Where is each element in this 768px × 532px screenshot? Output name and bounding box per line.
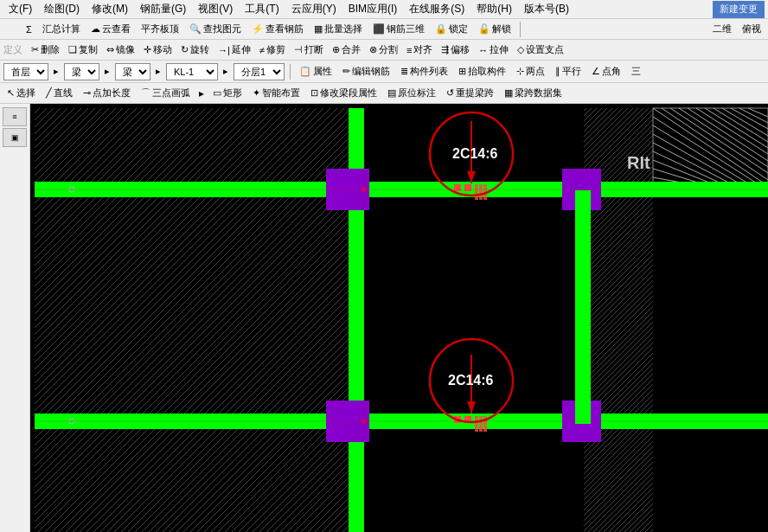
- sep-type2: ▸: [156, 66, 161, 77]
- btn-two-points[interactable]: ⊹ 两点: [513, 63, 548, 80]
- btn-three-arc[interactable]: ⌒ 三点画弧: [138, 85, 194, 101]
- span-data-icon: ▦: [504, 87, 513, 99]
- left-sidebar: ≡ ▣: [0, 104, 30, 532]
- btn-pick-component[interactable]: ⊞ 抬取构件: [455, 63, 509, 80]
- btn-move[interactable]: ✛ 移动: [140, 42, 176, 58]
- menu-modify[interactable]: 修改(M): [86, 0, 133, 18]
- sep-toolbar3: [290, 64, 291, 80]
- sep1: [520, 22, 521, 37]
- type1-select[interactable]: 梁: [64, 63, 99, 80]
- btn-cloud-check[interactable]: ☁ 云查看: [87, 21, 134, 37]
- menu-cloud[interactable]: 云应用(Y): [286, 0, 342, 18]
- menu-view[interactable]: 视图(V): [193, 0, 238, 18]
- svg-rect-37: [464, 184, 471, 191]
- btn-copy[interactable]: ❏ 复制: [65, 42, 101, 58]
- btn-find-element[interactable]: 🔍 查找图元: [186, 21, 245, 37]
- view-controls: 二维 俯视: [709, 21, 765, 37]
- search-icon: 🔍: [189, 23, 202, 35]
- btn-point-angle[interactable]: ∠ 点角: [588, 63, 624, 80]
- btn-batch-select[interactable]: ▦ 批量选择: [310, 21, 366, 37]
- rebar-icon: ⚡: [252, 23, 264, 35]
- toolbar-edit: 定义 ✂ 删除 ❏ 复制 ⇔ 镜像 ✛ 移动 ↻ 旋转 →| 延伸 ≠ 修剪 ⊣…: [0, 40, 768, 61]
- btn-offset[interactable]: ⇶ 偏移: [438, 42, 473, 58]
- menu-help[interactable]: 帮助(H): [471, 0, 517, 18]
- btn-modify-segment[interactable]: ⊡ 修改梁段属性: [307, 85, 381, 101]
- btn-reextract-span[interactable]: ↺ 重提梁跨: [443, 85, 497, 101]
- svg-text:2C14:6: 2C14:6: [452, 146, 498, 161]
- btn-trim[interactable]: ≠ 修剪: [256, 42, 289, 58]
- arc-icon: ⌒: [141, 87, 150, 99]
- sep-draw: ▸: [199, 87, 204, 99]
- layer-select[interactable]: 分层1: [234, 63, 285, 80]
- btn-edit-rebar[interactable]: ✏ 编辑钢筋: [339, 63, 394, 80]
- merge-icon: ⊕: [332, 44, 340, 55]
- menu-online[interactable]: 在线服务(S): [404, 0, 470, 18]
- length-icon: ⊸: [83, 87, 91, 99]
- btn-span-data[interactable]: ▦ 梁跨数据集: [501, 85, 566, 101]
- left-btn-2[interactable]: ▣: [3, 128, 27, 147]
- toolbar-floor-beam: 首层 ▸ 梁 ▸ 梁 ▸ KL-1 ▸ 分层1 📋 属性 ✏ 编辑钢筋 ≣ 构件…: [0, 61, 768, 83]
- rotate-icon: ↻: [181, 44, 189, 55]
- btn-set-support[interactable]: ◇ 设置支点: [514, 42, 567, 58]
- type2-select[interactable]: 梁: [115, 63, 150, 80]
- extract-icon: ↺: [446, 87, 454, 99]
- floor-select[interactable]: 首层: [3, 63, 48, 80]
- btn-delete[interactable]: ✂ 删除: [28, 42, 63, 58]
- btn-unlock[interactable]: 🔓 解锁: [475, 21, 515, 37]
- svg-rect-43: [475, 416, 478, 432]
- btn-break[interactable]: ⊣ 打断: [291, 42, 327, 58]
- break-icon: ⊣: [294, 44, 303, 55]
- btn-view-rebar[interactable]: ⚡ 查看钢筋: [248, 21, 307, 37]
- menu-bim[interactable]: BIM应用(I): [343, 0, 403, 18]
- btn-three[interactable]: 三: [628, 63, 644, 80]
- toolbar-draw: ↖ 选择 ╱ 直线 ⊸ 点加长度 ⌒ 三点画弧 ▸ ▭ 矩形 ✦ 智能布置 ⊡ …: [0, 83, 768, 104]
- btn-point-length[interactable]: ⊸ 点加长度: [80, 85, 134, 101]
- btn-align[interactable]: ≡ 对齐: [403, 42, 436, 58]
- btn-rotate[interactable]: ↻ 旋转: [177, 42, 213, 58]
- btn-parallel[interactable]: ∥ 平行: [552, 63, 585, 80]
- extend-icon: →|: [218, 45, 230, 55]
- btn-align-floor[interactable]: 平齐板顶: [138, 21, 182, 37]
- menu-version[interactable]: 版本号(B): [519, 0, 574, 18]
- copy-icon: ❏: [68, 44, 77, 55]
- menu-draw[interactable]: 绘图(D): [39, 0, 85, 18]
- canvas-area: 2C14:6 2C14:6 RIt: [30, 104, 768, 532]
- svg-rect-36: [454, 184, 461, 191]
- new-change-button[interactable]: 新建变更: [713, 1, 765, 18]
- btn-total-calc[interactable]: 汇总计算: [39, 21, 84, 37]
- rect-icon: ▭: [213, 87, 221, 99]
- beam-name-select[interactable]: KL-1: [166, 63, 218, 80]
- btn-stretch[interactable]: ↔ 拉伸: [475, 42, 512, 58]
- btn-split[interactable]: ⊗ 分割: [366, 42, 401, 58]
- edit-prefix: 定义: [3, 43, 22, 56]
- btn-top-view[interactable]: 俯视: [739, 21, 765, 37]
- angle-icon: ∠: [592, 66, 600, 77]
- btn-line[interactable]: ╱ 直线: [42, 85, 76, 101]
- menu-rebar-qty[interactable]: 钢筋量(G): [135, 0, 191, 18]
- annotation-icon: ▤: [387, 87, 396, 99]
- btn-extend[interactable]: →| 延伸: [214, 42, 254, 58]
- btn-properties[interactable]: 📋 属性: [296, 63, 336, 80]
- unlock-icon: 🔓: [478, 23, 490, 35]
- sep-type1: ▸: [105, 66, 110, 77]
- sep-name: ▸: [223, 66, 228, 77]
- btn-rebar-3d[interactable]: ⬛ 钢筋三维: [369, 21, 428, 37]
- cad-drawing: 2C14:6 2C14:6 RIt: [30, 104, 768, 532]
- parallel-icon: ∥: [555, 66, 560, 77]
- btn-original-annotation[interactable]: ▤ 原位标注: [384, 85, 439, 101]
- smart-icon: ✦: [253, 87, 260, 99]
- prop-icon: 📋: [299, 66, 311, 77]
- left-btn-1[interactable]: ≡: [3, 107, 27, 126]
- btn-rect[interactable]: ▭ 矩形: [209, 85, 246, 101]
- 3d-icon: ⬛: [373, 23, 385, 35]
- btn-2d[interactable]: 二维: [709, 21, 735, 37]
- btn-component-list[interactable]: ≣ 构件列表: [397, 63, 451, 80]
- btn-select[interactable]: ↖ 选择: [3, 85, 39, 101]
- btn-smart-place[interactable]: ✦ 智能布置: [249, 85, 304, 101]
- btn-mirror[interactable]: ⇔ 镜像: [103, 42, 138, 58]
- btn-merge[interactable]: ⊕ 合并: [329, 42, 364, 58]
- menu-file[interactable]: 文(F): [3, 0, 37, 18]
- menu-tools[interactable]: 工具(T): [240, 0, 284, 18]
- btn-lock[interactable]: 🔒 锁定: [432, 21, 471, 37]
- offset-icon: ⇶: [441, 44, 449, 55]
